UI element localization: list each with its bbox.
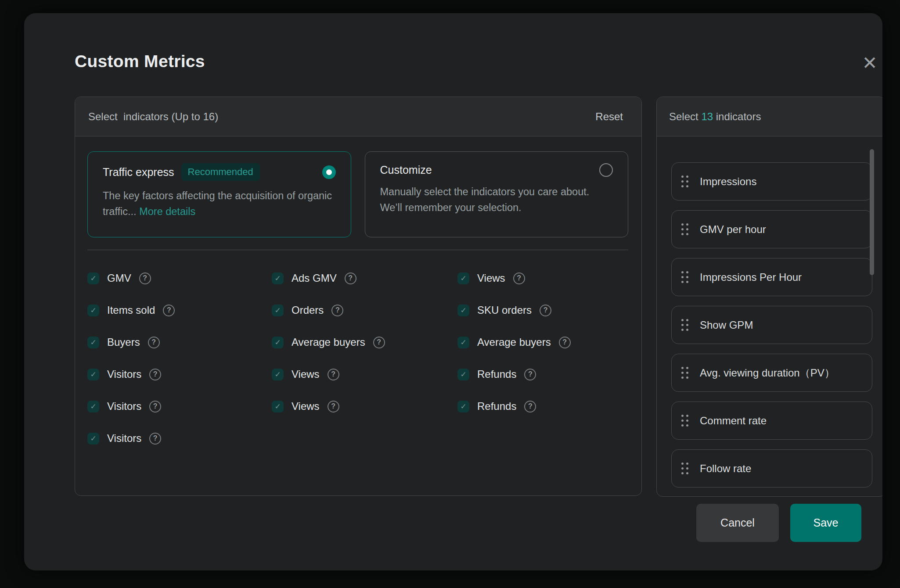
metric-checkbox-row: ✓ SKU orders ? xyxy=(457,300,628,321)
checkbox-checked-icon[interactable]: ✓ xyxy=(272,369,284,380)
selected-indicators-panel: Select 13 indicators Impressions GMV per… xyxy=(656,97,882,497)
checkbox-checked-icon[interactable]: ✓ xyxy=(87,272,99,284)
metric-label: Average buyers xyxy=(477,336,551,348)
indicator-label: GMV per hour xyxy=(700,223,766,236)
metric-label: GMV xyxy=(107,272,131,284)
drag-handle-icon[interactable] xyxy=(681,462,688,476)
left-panel-body: Traffic express Recommended The key fact… xyxy=(75,136,641,449)
checkbox-checked-icon[interactable]: ✓ xyxy=(87,401,99,412)
metrics-grid: ✓ GMV ? ✓ Ads GMV ? ✓ Views ? xyxy=(87,268,628,449)
help-icon[interactable]: ? xyxy=(373,337,385,348)
help-icon[interactable]: ? xyxy=(513,272,525,284)
metric-checkbox-row: ✓ Visitors ? xyxy=(87,396,272,417)
indicator-card[interactable]: Impressions Per Hour xyxy=(671,258,872,296)
metric-label: Refunds xyxy=(477,368,516,380)
drag-handle-icon[interactable] xyxy=(681,414,688,428)
indicator-select-panel: Select indicators (Up to 16) Reset Traff… xyxy=(75,97,642,496)
help-icon[interactable]: ? xyxy=(331,305,343,316)
checkbox-checked-icon[interactable]: ✓ xyxy=(457,272,469,284)
metric-label: Visitors xyxy=(107,368,141,380)
checkbox-checked-icon[interactable]: ✓ xyxy=(457,369,469,380)
metric-checkbox-row: ✓ Orders ? xyxy=(272,300,457,321)
metric-checkbox-row: ✓ Average buyers ? xyxy=(272,332,457,353)
metric-label: Visitors xyxy=(107,432,141,445)
drag-handle-icon[interactable] xyxy=(681,175,688,189)
metric-label: Views xyxy=(292,368,320,380)
close-icon[interactable]: ✕ xyxy=(857,51,882,75)
drag-handle-icon[interactable] xyxy=(681,318,688,332)
checkbox-checked-icon[interactable]: ✓ xyxy=(87,305,99,316)
indicator-card[interactable]: GMV per hour xyxy=(671,210,872,248)
indicator-card[interactable]: Comment rate xyxy=(671,402,872,440)
mode-cards-row: Traffic express Recommended The key fact… xyxy=(87,151,628,237)
metric-label: SKU orders xyxy=(477,304,532,316)
right-panel-title: Select 13 indicators xyxy=(669,111,761,123)
checkbox-checked-icon[interactable]: ✓ xyxy=(457,337,469,348)
save-button[interactable]: Save xyxy=(790,504,861,542)
help-icon[interactable]: ? xyxy=(163,305,175,316)
metric-label: Orders xyxy=(292,304,324,316)
metric-checkbox-row: ✓ Views ? xyxy=(457,268,628,289)
metric-checkbox-row: ✓ Items sold ? xyxy=(87,300,272,321)
indicator-label: Impressions xyxy=(700,176,756,188)
help-icon[interactable]: ? xyxy=(149,401,161,412)
left-panel-title: Select indicators (Up to 16) xyxy=(88,111,218,123)
help-icon[interactable]: ? xyxy=(148,337,160,348)
help-icon[interactable]: ? xyxy=(328,369,339,380)
dialog-scrollbar[interactable] xyxy=(870,149,874,275)
metric-label: Average buyers xyxy=(292,336,365,348)
indicator-label: Follow rate xyxy=(700,463,751,475)
metric-label: Buyers xyxy=(107,336,140,348)
checkbox-checked-icon[interactable]: ✓ xyxy=(272,272,284,284)
indicator-label: Avg. viewing duration（PV） xyxy=(700,366,835,380)
help-icon[interactable]: ? xyxy=(328,401,339,412)
customize-radio[interactable] xyxy=(599,163,613,177)
dialog-title: Custom Metrics xyxy=(75,52,205,71)
checkbox-checked-icon[interactable]: ✓ xyxy=(272,401,284,412)
indicator-card[interactable]: Avg. viewing duration（PV） xyxy=(671,354,872,392)
divider xyxy=(87,250,628,250)
checkbox-checked-icon[interactable]: ✓ xyxy=(272,305,284,316)
metric-label: Views xyxy=(477,272,505,284)
left-panel-header: Select indicators (Up to 16) Reset xyxy=(75,97,641,136)
help-icon[interactable]: ? xyxy=(139,272,151,284)
help-icon[interactable]: ? xyxy=(345,272,356,284)
help-icon[interactable]: ? xyxy=(149,433,161,445)
help-icon[interactable]: ? xyxy=(524,401,536,412)
indicator-label: Comment rate xyxy=(700,415,767,427)
traffic-express-card[interactable]: Traffic express Recommended The key fact… xyxy=(87,151,351,237)
indicator-card[interactable]: Follow rate xyxy=(671,449,872,488)
help-icon[interactable]: ? xyxy=(540,305,551,316)
help-icon[interactable]: ? xyxy=(559,337,571,348)
drag-handle-icon[interactable] xyxy=(681,222,688,237)
metric-checkbox-row: ✓ Visitors ? xyxy=(87,428,272,449)
drag-handle-icon[interactable] xyxy=(681,366,688,380)
customize-card[interactable]: Customize Manually select the indicators… xyxy=(365,151,629,237)
recommended-badge: Recommended xyxy=(181,163,260,181)
checkbox-checked-icon[interactable]: ✓ xyxy=(457,401,469,412)
indicator-label: Show GPM xyxy=(700,319,753,331)
metric-checkbox-row: ✓ Views ? xyxy=(272,364,457,385)
metric-checkbox-row: ✓ Visitors ? xyxy=(87,364,272,385)
checkbox-checked-icon[interactable]: ✓ xyxy=(87,337,99,348)
metric-label: Visitors xyxy=(107,400,141,412)
help-icon[interactable]: ? xyxy=(524,369,536,380)
metric-label: Items sold xyxy=(107,304,155,316)
checkbox-checked-icon[interactable]: ✓ xyxy=(457,305,469,316)
help-icon[interactable]: ? xyxy=(149,369,161,380)
traffic-express-description: The key factors affecting the acquisitio… xyxy=(103,188,336,220)
traffic-express-radio[interactable] xyxy=(322,165,336,179)
indicator-label: Impressions Per Hour xyxy=(700,271,802,283)
checkbox-checked-icon[interactable]: ✓ xyxy=(87,433,99,445)
drag-handle-icon[interactable] xyxy=(681,270,688,284)
checkbox-checked-icon[interactable]: ✓ xyxy=(87,369,99,380)
checkbox-checked-icon[interactable]: ✓ xyxy=(272,337,284,348)
more-details-link[interactable]: More details xyxy=(139,206,195,217)
indicator-card[interactable]: Show GPM xyxy=(671,306,872,344)
selected-count: 13 xyxy=(701,111,713,122)
indicator-card[interactable]: Impressions xyxy=(671,162,872,201)
cancel-button[interactable]: Cancel xyxy=(696,504,779,542)
reset-button[interactable]: Reset xyxy=(595,111,623,123)
metric-checkbox-row: ✓ GMV ? xyxy=(87,268,272,289)
right-panel-header: Select 13 indicators xyxy=(657,97,882,136)
